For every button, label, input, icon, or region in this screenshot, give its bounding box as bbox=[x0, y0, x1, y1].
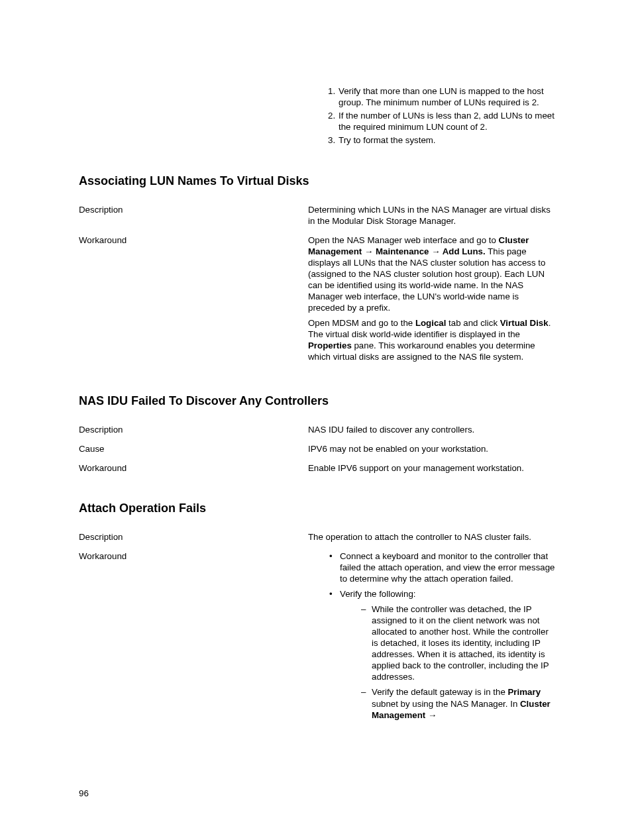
text: Verify the default gateway is in the bbox=[372, 687, 508, 697]
label-workaround: Workaround bbox=[79, 232, 308, 368]
content-cause: IPV6 may not be enabled on your workstat… bbox=[308, 441, 556, 460]
text: Open MDSM and go to the bbox=[308, 318, 415, 328]
list-item: 1.Verify that more than one LUN is mappe… bbox=[328, 86, 556, 108]
list-item: Verify the default gateway is in the Pri… bbox=[361, 686, 556, 720]
content-description: Determining which LUNs in the NAS Manage… bbox=[308, 201, 556, 232]
paragraph: Determining which LUNs in the NAS Manage… bbox=[308, 204, 556, 227]
bold-text: Logical bbox=[415, 318, 447, 328]
list-item: 2.If the number of LUNs is less than 2, … bbox=[328, 111, 556, 132]
text: tab and click bbox=[446, 318, 500, 328]
list-text: Verify the following: bbox=[340, 589, 416, 599]
definition-table: Description The operation to attach the … bbox=[79, 529, 556, 729]
label-cause: Cause bbox=[79, 441, 308, 460]
content-description: The operation to attach the controller t… bbox=[308, 529, 556, 548]
section-heading-associating-luns: Associating LUN Names To Virtual Disks bbox=[79, 174, 556, 188]
label-description: Description bbox=[79, 201, 308, 232]
label-workaround: Workaround bbox=[79, 460, 308, 479]
list-text: Verify that more than one LUN is mapped … bbox=[339, 86, 544, 107]
bulleted-list: Connect a keyboard and monitor to the co… bbox=[308, 551, 556, 720]
label-description: Description bbox=[79, 421, 308, 441]
label-workaround: Workaround bbox=[79, 548, 308, 729]
document-page: 1.Verify that more than one LUN is mappe… bbox=[0, 0, 632, 798]
list-marker: 3. bbox=[328, 135, 335, 146]
section-heading-nas-idu: NAS IDU Failed To Discover Any Controlle… bbox=[79, 394, 556, 408]
list-text: If the number of LUNs is less than 2, ad… bbox=[339, 111, 554, 132]
paragraph: Open the NAS Manager web interface and g… bbox=[308, 235, 556, 313]
list-text: Try to format the system. bbox=[339, 135, 436, 145]
text: subnet by using the NAS Manager. In bbox=[372, 699, 520, 709]
section-heading-attach-fails: Attach Operation Fails bbox=[79, 501, 556, 515]
bold-text: Virtual Disk bbox=[500, 318, 549, 328]
definition-table: Description Determining which LUNs in th… bbox=[79, 201, 556, 368]
paragraph: Open MDSM and go to the Logical tab and … bbox=[308, 317, 556, 362]
page-number: 96 bbox=[79, 730, 556, 798]
top-numbered-list: 1.Verify that more than one LUN is mappe… bbox=[79, 86, 556, 146]
list-item: Connect a keyboard and monitor to the co… bbox=[329, 551, 556, 584]
bold-text: Primary bbox=[508, 687, 541, 697]
content-workaround: Open the NAS Manager web interface and g… bbox=[308, 232, 556, 368]
text: Open the NAS Manager web interface and g… bbox=[308, 235, 499, 245]
list-item: Verify the following: While the controll… bbox=[329, 588, 556, 720]
list-marker: 2. bbox=[328, 111, 335, 122]
content-workaround: Connect a keyboard and monitor to the co… bbox=[308, 548, 556, 729]
definition-table: Description NAS IDU failed to discover a… bbox=[79, 421, 556, 479]
bold-text: Properties bbox=[308, 341, 352, 350]
dash-list: While the controller was detached, the I… bbox=[340, 604, 556, 720]
content-workaround: Enable IPV6 support on your management w… bbox=[308, 460, 556, 479]
label-description: Description bbox=[79, 529, 308, 548]
list-item: 3.Try to format the system. bbox=[328, 135, 556, 146]
content-description: NAS IDU failed to discover any controlle… bbox=[308, 421, 556, 441]
text: This page displays all LUNs that the NAS… bbox=[308, 246, 545, 313]
list-item: While the controller was detached, the I… bbox=[361, 604, 556, 682]
list-marker: 1. bbox=[328, 86, 335, 97]
